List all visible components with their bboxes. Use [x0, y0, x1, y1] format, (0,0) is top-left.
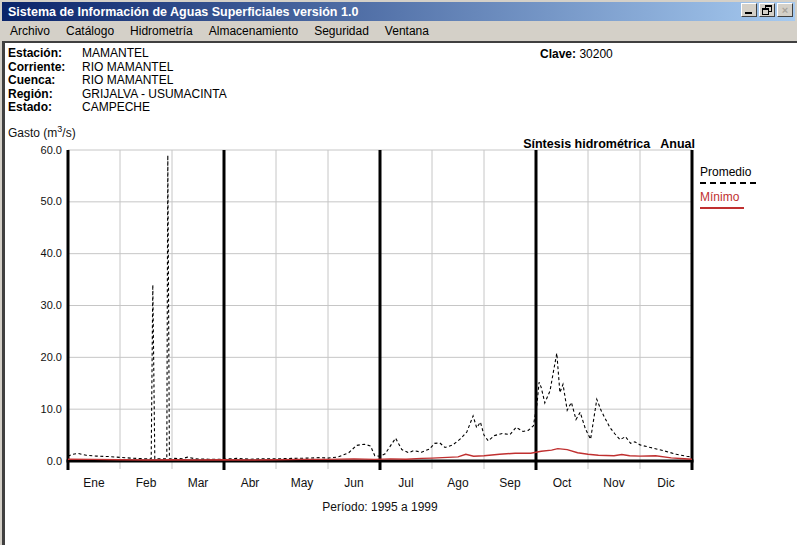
estado-value: CAMPECHE [82, 101, 150, 115]
region-value: GRIJALVA - USUMACINTA [82, 88, 227, 102]
close-button: × [777, 3, 793, 17]
station-row-estacion: Estación: MAMANTEL [8, 47, 227, 61]
clave-label: Clave: [540, 47, 576, 61]
month-label: Ago [432, 476, 484, 490]
content-panel [2, 41, 797, 545]
restore-button[interactable] [759, 3, 775, 17]
close-icon: × [782, 4, 788, 16]
title-bar[interactable]: Sistema de Información de Aguas Superfic… [2, 2, 795, 21]
minimize-button[interactable] [741, 3, 757, 17]
chart-legend: Promedio Mínimo [700, 165, 756, 209]
chart-mode: Anual [660, 137, 695, 151]
y-tick-label: 20.0 [28, 351, 62, 363]
month-label: Ene [68, 476, 120, 490]
legend-minimo-line-sample [700, 207, 744, 209]
estacion-value: MAMANTEL [82, 47, 149, 61]
y-tick-label: 0.0 [28, 455, 62, 467]
menu-ventana[interactable]: Ventana [377, 22, 437, 40]
minimize-icon [745, 12, 752, 14]
clave-field: Clave: 30200 [540, 47, 613, 61]
menu-hidrometria[interactable]: Hidrometría [122, 22, 201, 40]
cuenca-label: Cuenca: [8, 74, 82, 88]
chart-title: Síntesis hidrométricaAnual [509, 123, 695, 165]
window-controls: × [741, 3, 793, 17]
y-tick-label: 50.0 [28, 195, 62, 207]
estado-label: Estado: [8, 101, 82, 115]
app-window: Sistema de Información de Aguas Superfic… [0, 0, 797, 545]
month-label: Abr [224, 476, 276, 490]
month-label: Oct [536, 476, 588, 490]
month-label: Jun [328, 476, 380, 490]
menu-almacenamiento[interactable]: Almacenamiento [201, 22, 306, 40]
y-axis-title: Gasto (m3/s) [8, 124, 76, 140]
station-row-estado: Estado: CAMPECHE [8, 101, 227, 115]
clave-value: 30200 [579, 47, 612, 61]
month-label: Nov [588, 476, 640, 490]
y-tick-label: 10.0 [28, 403, 62, 415]
legend-promedio-label: Promedio [700, 165, 756, 179]
month-label: Jul [380, 476, 432, 490]
region-label: Región: [8, 88, 82, 102]
month-label: Feb [120, 476, 172, 490]
window-title: Sistema de Información de Aguas Superfic… [8, 5, 358, 19]
corriente-value: RIO MAMANTEL [82, 61, 173, 75]
corriente-label: Corriente: [8, 61, 82, 75]
y-tick-label: 40.0 [28, 247, 62, 259]
estacion-label: Estación: [8, 47, 82, 61]
cuenca-value: RIO MAMANTEL [82, 74, 173, 88]
month-label: Sep [484, 476, 536, 490]
legend-promedio-line-sample [700, 182, 756, 184]
period-footer: Período: 1995 a 1999 [68, 500, 692, 514]
menu-seguridad[interactable]: Seguridad [306, 22, 377, 40]
month-label: Mar [172, 476, 224, 490]
month-label: May [276, 476, 328, 490]
menu-bar: Archivo Catálogo Hidrometría Almacenamie… [2, 21, 795, 41]
legend-minimo-label: Mínimo [700, 190, 756, 204]
menu-catalogo[interactable]: Catálogo [58, 22, 122, 40]
station-row-region: Región: GRIJALVA - USUMACINTA [8, 88, 227, 102]
chart-title-text: Síntesis hidrométrica [523, 137, 650, 151]
month-label: Dic [640, 476, 692, 490]
y-tick-label: 30.0 [28, 299, 62, 311]
station-row-cuenca: Cuenca: RIO MAMANTEL [8, 74, 227, 88]
station-info: Estación: MAMANTEL Corriente: RIO MAMANT… [8, 47, 227, 115]
menu-archivo[interactable]: Archivo [2, 22, 58, 40]
station-row-corriente: Corriente: RIO MAMANTEL [8, 61, 227, 75]
y-tick-label: 60.0 [28, 144, 62, 156]
